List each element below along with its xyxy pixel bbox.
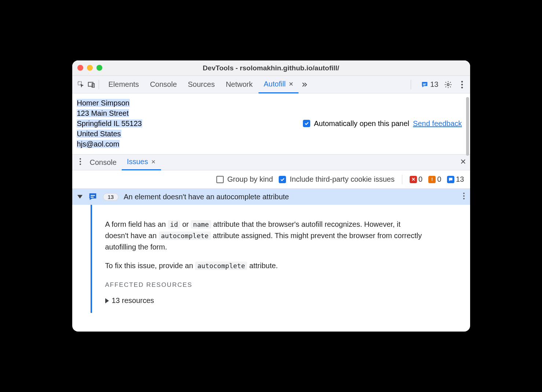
drawer-tab-issues[interactable]: Issues ✕ xyxy=(122,154,161,170)
drawer-menu-icon[interactable] xyxy=(76,158,85,167)
main-toolbar: Elements Console Sources Network Autofil… xyxy=(72,76,470,93)
panel-tabs: Elements Console Sources Network Autofil… xyxy=(103,76,409,93)
severity-info-count[interactable]: 13 xyxy=(447,175,464,184)
auto-open-checkbox[interactable] xyxy=(303,120,310,127)
autofill-panel-controls: Automatically open this panel Send feedb… xyxy=(303,98,462,149)
inspect-element-icon[interactable] xyxy=(76,81,86,89)
autofill-name: Homer Simpson xyxy=(77,99,130,107)
third-party-checkbox[interactable] xyxy=(279,176,286,183)
svg-point-11 xyxy=(80,163,81,165)
svg-rect-12 xyxy=(91,195,95,196)
autofill-street: 123 Main Street xyxy=(77,109,129,117)
window-title: DevTools - rsolomakhin.github.io/autofil… xyxy=(203,64,339,72)
close-drawer-icon[interactable] xyxy=(460,158,466,167)
severity-error-count[interactable]: ✕ 0 xyxy=(410,175,422,184)
tab-network[interactable]: Network xyxy=(221,76,258,93)
error-badge-icon: ✕ xyxy=(410,176,417,183)
severity-warn-count[interactable]: ! 0 xyxy=(428,175,441,184)
affected-resources-toggle[interactable]: 13 resources xyxy=(105,295,426,306)
send-feedback-link[interactable]: Send feedback xyxy=(413,119,462,128)
minimize-window-button[interactable] xyxy=(87,65,93,71)
svg-point-10 xyxy=(80,161,81,162)
issue-count-pill: 13 xyxy=(103,193,119,201)
svg-point-15 xyxy=(463,195,465,197)
tab-elements[interactable]: Elements xyxy=(103,76,144,93)
traffic-lights xyxy=(77,65,102,71)
autofill-panel: Homer Simpson 123 Main Street Springfiel… xyxy=(72,93,470,154)
group-by-kind-checkbox[interactable] xyxy=(216,176,224,183)
close-tab-icon[interactable]: ✕ xyxy=(289,81,293,88)
svg-rect-4 xyxy=(423,85,425,85)
more-tabs-icon[interactable] xyxy=(299,81,310,88)
third-party-control[interactable]: Include third-party cookie issues xyxy=(279,175,395,184)
issues-filter-bar: Group by kind Include third-party cookie… xyxy=(72,170,470,189)
autofill-email: hjs@aol.com xyxy=(77,140,120,148)
issue-info-icon xyxy=(88,192,98,202)
toolbar-divider xyxy=(99,80,99,89)
svg-point-16 xyxy=(463,198,465,199)
svg-point-6 xyxy=(461,81,463,82)
autofill-city-line: Springfield IL 55123 xyxy=(77,119,142,127)
devtools-window: DevTools - rsolomakhin.github.io/autofil… xyxy=(72,60,470,332)
issue-menu-icon[interactable] xyxy=(463,192,465,201)
group-by-kind-control[interactable]: Group by kind xyxy=(216,175,273,184)
svg-point-9 xyxy=(80,158,81,159)
warn-badge-icon: ! xyxy=(428,176,436,183)
issue-header-row[interactable]: 13 An element doesn't have an autocomple… xyxy=(72,189,470,205)
issue-title: An element doesn't have an autocomplete … xyxy=(124,193,457,201)
scrollbar-thumb[interactable] xyxy=(466,97,469,156)
filter-divider xyxy=(402,175,402,184)
svg-point-14 xyxy=(463,192,465,194)
toolbar-divider xyxy=(411,80,411,89)
svg-rect-3 xyxy=(423,84,426,84)
drawer-tabs: Console Issues ✕ xyxy=(72,154,470,170)
drawer-tab-console[interactable]: Console xyxy=(85,154,122,170)
kebab-menu-icon[interactable] xyxy=(458,81,466,89)
affected-resources-heading: AFFECTED RESOURCES xyxy=(105,280,426,290)
svg-rect-13 xyxy=(91,197,94,197)
autofill-preview-block: Homer Simpson 123 Main Street Springfiel… xyxy=(77,98,142,149)
svg-point-5 xyxy=(447,84,449,86)
issues-counter[interactable]: 13 xyxy=(421,80,438,89)
tab-console[interactable]: Console xyxy=(145,76,182,93)
device-toolbar-icon[interactable] xyxy=(86,81,96,89)
maximize-window-button[interactable] xyxy=(96,65,102,71)
expand-resources-icon[interactable] xyxy=(105,298,109,303)
tab-sources[interactable]: Sources xyxy=(183,76,220,93)
auto-open-label: Automatically open this panel xyxy=(314,119,409,128)
svg-point-8 xyxy=(461,86,463,88)
expand-caret-icon[interactable] xyxy=(77,195,83,199)
issue-body: A form field has an id or name attribute… xyxy=(72,205,470,313)
issue-fix-paragraph: To fix this issue, provide an autocomple… xyxy=(105,260,426,271)
close-tab-icon[interactable]: ✕ xyxy=(151,159,156,165)
titlebar: DevTools - rsolomakhin.github.io/autofil… xyxy=(72,60,470,76)
autofill-country: United States xyxy=(77,130,121,138)
tab-autofill[interactable]: Autofill ✕ xyxy=(259,76,299,93)
issue-description-paragraph: A form field has an id or name attribute… xyxy=(105,219,426,253)
svg-point-7 xyxy=(461,84,463,85)
info-badge-icon xyxy=(447,176,454,183)
settings-icon[interactable] xyxy=(444,81,453,89)
close-window-button[interactable] xyxy=(77,65,83,71)
